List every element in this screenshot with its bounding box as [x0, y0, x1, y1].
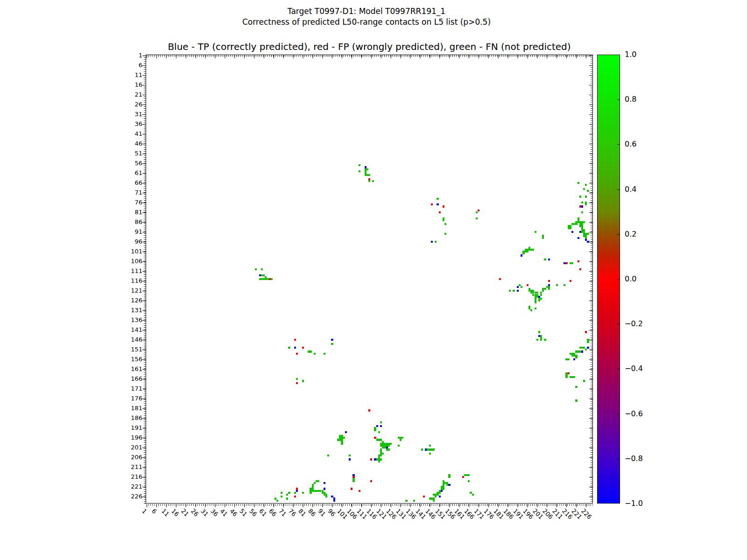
contact-cell-fn	[444, 223, 446, 225]
contact-cell-fn	[359, 164, 360, 166]
contact-cell-fn	[302, 380, 304, 382]
contact-cell-fp	[351, 488, 352, 490]
contact-cell-fn	[527, 251, 529, 252]
y-axis-tick-label: 186	[117, 415, 142, 421]
contact-cell-fn	[538, 300, 540, 301]
contact-cell-fn	[573, 376, 575, 378]
contact-cell-tp	[365, 166, 366, 168]
x-axis-tick-label: 206	[541, 508, 554, 520]
contact-map-plot-area	[146, 55, 593, 504]
contact-cell-fn	[468, 474, 470, 476]
contact-cell-fp	[478, 210, 479, 211]
contact-cell-fp	[359, 490, 360, 492]
contact-cell-fp	[296, 382, 298, 384]
contact-cell-fn	[402, 437, 403, 439]
y-axis-tick-label: 131	[117, 307, 142, 314]
contact-cell-fn	[587, 341, 589, 343]
y-axis-tick-label: 11	[117, 72, 142, 78]
x-axis-tick-label: 131	[395, 508, 408, 520]
contact-cell-fn	[585, 184, 587, 186]
contact-cell-tp	[521, 254, 522, 256]
contact-cell-tp	[587, 241, 589, 243]
contact-cell-tp	[349, 458, 351, 460]
contact-cell-fp	[578, 260, 579, 262]
y-axis-tick-label: 166	[117, 376, 142, 382]
y-axis-tick-label: 51	[117, 150, 142, 157]
colorbar-tick-label: −1.0	[625, 499, 643, 507]
colorbar-tick-label: −0.4	[625, 364, 643, 372]
contact-cell-fn	[341, 443, 343, 445]
contact-cell-fn	[276, 500, 278, 502]
x-axis-tick-label: 76	[288, 508, 297, 518]
y-axis-tick-label: 211	[117, 464, 142, 470]
contact-cell-fn	[570, 227, 571, 229]
y-axis-tick-label: 91	[117, 229, 142, 235]
contact-cell-fn	[544, 339, 546, 341]
x-tick-comb	[146, 504, 593, 506]
y-axis-tick-label: 16	[117, 82, 142, 88]
contact-cell-fn	[380, 455, 382, 456]
contact-cell-fn	[327, 455, 329, 456]
contact-cell-fn	[513, 290, 514, 292]
x-axis-tick-label: 191	[512, 508, 525, 520]
contact-cell-tp	[386, 447, 388, 448]
contact-cell-fn	[261, 268, 263, 270]
y-axis-tick-label: 146	[117, 336, 142, 343]
contact-cell-tp	[587, 347, 589, 349]
contact-cell-fn	[538, 331, 540, 333]
colorbar-tick-label: 0.6	[625, 140, 636, 148]
contact-cell-fp	[370, 458, 372, 460]
contact-cell-fn	[366, 168, 368, 170]
contact-cell-tp	[333, 500, 335, 502]
contact-cell-fn	[288, 347, 290, 349]
contact-cell-fn	[536, 339, 538, 341]
contact-cell-fn	[542, 237, 544, 239]
contact-cell-fn	[255, 268, 257, 270]
contact-cell-fp	[352, 476, 354, 478]
y-axis-tick-label: 101	[117, 248, 142, 255]
contact-cell-fn	[398, 445, 400, 447]
contact-cell-tp	[573, 358, 575, 360]
contact-cell-fp	[374, 437, 376, 439]
y-axis-tick-label: 141	[117, 327, 142, 333]
x-axis-tick-label: 41	[219, 508, 229, 518]
contact-cell-tp	[448, 484, 450, 486]
contact-cell-fn	[532, 249, 534, 251]
contact-cell-fn	[286, 494, 288, 496]
x-axis-tick-label: 46	[229, 508, 239, 518]
contact-cell-fn	[317, 480, 319, 482]
contact-cell-fn	[343, 437, 345, 439]
contact-cell-fp	[370, 480, 372, 482]
colorbar	[597, 55, 620, 504]
contact-cell-fn	[368, 174, 370, 176]
x-axis-tick-label: 31	[199, 508, 209, 518]
x-axis-tick-label: 21	[180, 508, 190, 518]
y-axis-tick-label: 151	[117, 346, 142, 353]
contact-cell-tp	[441, 490, 443, 492]
contact-cell-tp	[296, 490, 298, 492]
contact-cell-fp	[548, 280, 550, 282]
contact-cell-fn	[575, 386, 577, 388]
contact-cell-fn	[388, 448, 390, 450]
contact-cell-fn	[540, 294, 542, 296]
contact-cell-fn	[587, 190, 589, 192]
y-axis-tick-label: 46	[117, 140, 142, 147]
y-axis-tick-label: 76	[117, 199, 142, 206]
x-axis-tick-label: 56	[248, 508, 258, 518]
contact-cell-tp	[538, 335, 540, 337]
contact-cell-fn	[575, 357, 577, 358]
contact-cell-fn	[435, 496, 437, 497]
contact-cell-fn	[378, 461, 380, 462]
y-axis-tick-label: 86	[117, 219, 142, 225]
y-axis-tick-label: 56	[117, 160, 142, 167]
x-axis-tick-label: 91	[317, 508, 326, 518]
contact-cell-fn	[437, 198, 438, 200]
x-axis-tick-label: 66	[268, 508, 278, 518]
contact-cell-fn	[585, 196, 587, 197]
contact-cell-fp	[439, 211, 441, 213]
colorbar-tick-label: −0.8	[625, 455, 643, 462]
contact-cell-fn	[472, 494, 474, 496]
colorbar-tick-label: 1.0	[625, 50, 636, 58]
colorbar-tick-label: 0.0	[625, 275, 636, 283]
colorbar-tick-label: −0.2	[625, 320, 643, 328]
